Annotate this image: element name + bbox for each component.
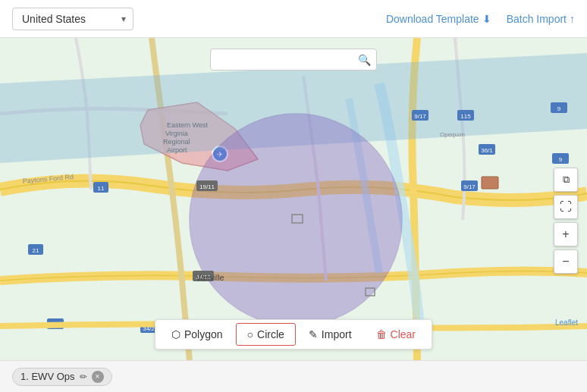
ewv-ops-tag: 1. EWV Ops ✏ × [12, 368, 112, 386]
leaflet-attribution: Leaflet [555, 318, 578, 327]
tag-edit-icon[interactable]: ✏ [80, 372, 87, 382]
circle-label: Circle [257, 328, 284, 340]
polygon-icon: ⬡ [171, 328, 180, 340]
draw-toolbar: ⬡ Polygon ○ Circle ✎ Import 🗑 Clear [155, 319, 432, 350]
svg-text:19/11: 19/11 [199, 183, 215, 190]
map-search-box: 🔍 [210, 49, 377, 71]
fullscreen-button[interactable]: ⛶ [554, 195, 578, 219]
search-icon: 🔍 [358, 54, 371, 66]
map-container[interactable]: Eastern West Virginia Regional Airport ✈… [0, 38, 587, 360]
download-icon: ⬇ [482, 13, 491, 25]
svg-rect-8 [482, 177, 498, 189]
tag-label: 1. EWV Ops [20, 371, 75, 382]
svg-text:36/1: 36/1 [481, 147, 493, 154]
batch-import-label: Batch Import [507, 13, 567, 25]
country-select-wrapper: United States Canada Mexico ▾ [12, 8, 133, 30]
svg-text:115: 115 [460, 113, 471, 120]
import-label: Import [322, 328, 352, 340]
leaflet-link[interactable]: Leaflet [555, 318, 578, 327]
import-button[interactable]: ✎ Import [297, 323, 363, 346]
import-icon: ↑ [570, 13, 575, 25]
batch-import-link[interactable]: Batch Import ↑ [507, 13, 575, 25]
svg-text:Vanville: Vanville [196, 273, 224, 282]
map-background: Eastern West Virginia Regional Airport ✈… [0, 38, 587, 360]
footer: 1. EWV Ops ✏ × [0, 360, 587, 392]
circle-button[interactable]: ○ Circle [236, 323, 296, 346]
country-select[interactable]: United States Canada Mexico [12, 8, 133, 30]
svg-point-10 [190, 114, 402, 326]
clear-button[interactable]: 🗑 Clear [365, 323, 427, 346]
download-template-label: Download Template [386, 13, 479, 25]
svg-text:9/17: 9/17 [463, 183, 476, 190]
zoom-out-button[interactable]: − [554, 249, 578, 274]
search-input[interactable] [210, 49, 377, 71]
tag-close-button[interactable]: × [92, 371, 104, 383]
map-controls: ⧉ ⛶ + − [554, 168, 578, 274]
polygon-button[interactable]: ⬡ Polygon [160, 323, 234, 346]
clear-label: Clear [391, 328, 416, 340]
circle-icon: ○ [247, 328, 253, 340]
download-template-link[interactable]: Download Template ⬇ [386, 13, 491, 25]
header-actions: Download Template ⬇ Batch Import ↑ [386, 13, 575, 25]
polygon-label: Polygon [184, 328, 223, 340]
svg-text:9: 9 [557, 105, 561, 112]
svg-text:Opequon: Opequon [440, 131, 465, 138]
header: United States Canada Mexico ▾ Download T… [0, 0, 587, 38]
svg-text:9/17: 9/17 [414, 113, 426, 120]
layers-button[interactable]: ⧉ [554, 168, 578, 192]
import-edit-icon: ✎ [309, 328, 318, 340]
trash-icon: 🗑 [376, 328, 387, 340]
svg-text:21: 21 [33, 247, 39, 254]
zoom-in-button[interactable]: + [554, 222, 578, 246]
svg-text:9: 9 [559, 156, 563, 163]
svg-text:11: 11 [98, 185, 105, 192]
